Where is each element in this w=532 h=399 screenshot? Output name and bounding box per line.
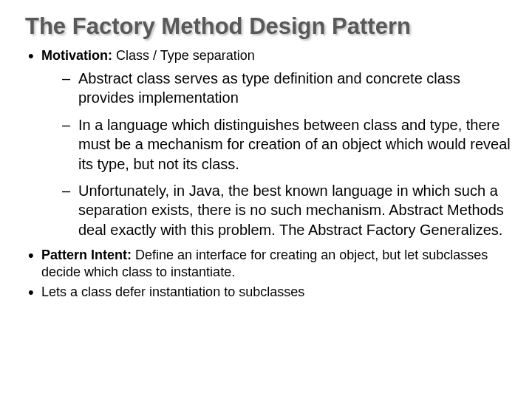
list-item: Unfortunately, in Java, the best known l… [62, 181, 511, 239]
bullet-label: Motivation: [41, 48, 112, 63]
list-item: In a language which distinguishes betwee… [62, 115, 511, 174]
bullet-text: Class / Type separation [112, 48, 255, 63]
bullet-label: Pattern Intent: [41, 248, 132, 262]
bullet-text: Lets a class defer instantiation to subc… [41, 284, 304, 299]
bullet-list: Motivation: Class / Type separation Abst… [21, 47, 511, 301]
list-item: Abstract class serves as type definition… [62, 69, 511, 108]
list-item: Lets a class defer instantiation to subc… [27, 284, 511, 301]
list-item: Motivation: Class / Type separation Abst… [27, 47, 511, 239]
sub-list: Abstract class serves as type definition… [41, 69, 511, 239]
list-item: Pattern Intent: Define an interface for … [27, 247, 511, 281]
slide-title: The Factory Method Design Pattern [25, 13, 511, 40]
